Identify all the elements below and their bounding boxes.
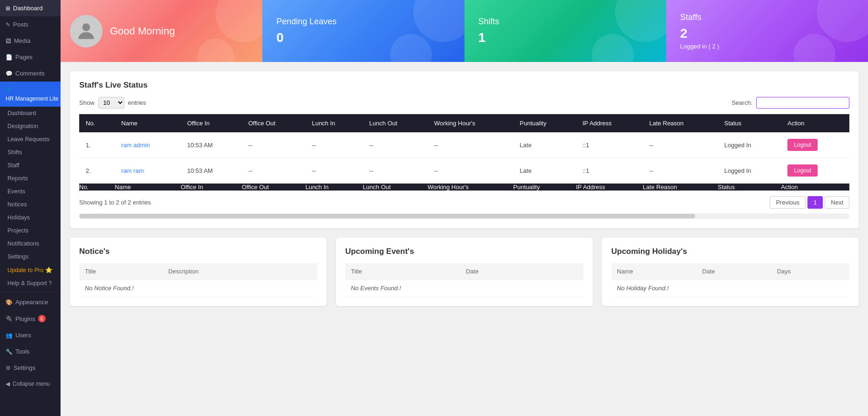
comments-icon: 💬	[6, 70, 13, 77]
cell-name: ram ram	[115, 158, 180, 184]
search-input[interactable]	[756, 97, 849, 109]
avatar	[70, 15, 103, 48]
tools-icon: 🔧	[6, 348, 13, 355]
cell-lunch-in: --	[305, 132, 362, 158]
table-foot: No. Name Office In Office Out Lunch In L…	[79, 184, 849, 191]
sidebar: ⊞ Dashboard ✎ Posts 🖼 Media 📄 Pages 💬 Co…	[0, 0, 61, 416]
logout-button[interactable]: Logout	[787, 139, 818, 151]
holidays-no-data-row: No Holiday Found.!	[611, 280, 849, 297]
notices-table: Title Description No Notice Found.!	[79, 263, 317, 297]
events-title: Upcoming Event's	[345, 247, 583, 256]
cell-ip: ::1	[576, 158, 642, 184]
table-row: 1. ram admin 10:53 AM -- -- -- -- Late :…	[79, 132, 849, 158]
sidebar-item-label: Collapse menu	[13, 381, 50, 387]
dashboard-icon: ⊞	[6, 5, 10, 12]
live-status-title: Staff's Live Status	[79, 81, 849, 90]
sidebar-item-label: Dashboard	[13, 5, 43, 12]
svg-point-0	[82, 23, 90, 31]
prev-button[interactable]: Previous	[770, 196, 806, 209]
logout-button[interactable]: Logout	[787, 164, 818, 177]
media-icon: 🖼	[6, 38, 11, 44]
sidebar-sub-update-pro[interactable]: Update to Pro ⭐	[0, 263, 61, 277]
sidebar-item-comments[interactable]: 💬 Comments	[0, 65, 61, 82]
sidebar-sub-holidays[interactable]: Holidays	[0, 211, 61, 224]
notices-col-title: Title	[79, 263, 163, 280]
pagination: Previous 1 Next	[770, 196, 849, 209]
sidebar-item-settings[interactable]: ⚙ Settings	[0, 360, 61, 376]
cell-office-in: 10:53 AM	[181, 132, 242, 158]
foot-col-office-out: Office Out	[242, 184, 306, 191]
sidebar-sub-staff[interactable]: Staff	[0, 159, 61, 172]
sidebar-item-appearance[interactable]: 🎨 Appearance	[0, 294, 61, 310]
foot-col-ip: IP Address	[576, 184, 642, 191]
cell-status: Logged In	[718, 132, 781, 158]
sidebar-sub-events[interactable]: Events	[0, 185, 61, 198]
pages-icon: 📄	[6, 54, 13, 61]
notices-col-description: Description	[163, 263, 317, 280]
sidebar-item-tools[interactable]: 🔧 Tools	[0, 343, 61, 360]
sidebar-item-label: Pages	[15, 54, 33, 61]
show-label: Show	[79, 99, 95, 106]
card-staffs: Staffs 2 Logged in ( 2 )	[666, 0, 868, 62]
table-wrapper: No. Name Office In Office Out Lunch In L…	[79, 114, 849, 191]
sidebar-item-label: Tools	[15, 348, 29, 355]
cell-no: 1.	[79, 132, 115, 158]
events-col-date: Date	[460, 263, 583, 280]
table-row: 2. ram ram 10:53 AM -- -- -- -- Late ::1…	[79, 158, 849, 184]
foot-col-working-hours: Working Hour's	[428, 184, 513, 191]
cell-punctuality: Late	[513, 132, 576, 158]
col-status: Status	[718, 114, 781, 132]
sidebar-item-label: Posts	[13, 21, 28, 28]
col-name: Name	[115, 114, 180, 132]
sidebar-sub-shifts[interactable]: Shifts	[0, 146, 61, 159]
search-label: Search:	[731, 99, 752, 106]
sidebar-item-plugins[interactable]: 🔌 Plugins 6	[0, 310, 61, 327]
sidebar-sub-designation[interactable]: Designation	[0, 120, 61, 133]
page-1-button[interactable]: 1	[807, 196, 823, 209]
sidebar-sub-notifications[interactable]: Notifications	[0, 237, 61, 250]
sidebar-sub-projects[interactable]: Projects	[0, 224, 61, 237]
sidebar-sub-reports[interactable]: Reports	[0, 172, 61, 185]
sidebar-sub-help[interactable]: Help & Support ?	[0, 277, 61, 290]
next-button[interactable]: Next	[825, 196, 849, 209]
sidebar-sub-settings[interactable]: Settings	[0, 250, 61, 263]
sidebar-sub-notices[interactable]: Notices	[0, 198, 61, 211]
sidebar-item-users[interactable]: 👥 Users	[0, 327, 61, 343]
sidebar-item-posts[interactable]: ✎ Posts	[0, 16, 61, 33]
foot-col-no: No.	[79, 184, 115, 191]
sidebar-item-dashboard[interactable]: ⊞ Dashboard	[0, 0, 61, 16]
entries-select[interactable]: 10 25 50 100	[98, 97, 124, 109]
cell-late-reason: --	[643, 132, 718, 158]
sidebar-item-label: Comments	[15, 70, 45, 77]
content-area: Staff's Live Status Show 10 25 50 100 en…	[61, 62, 868, 325]
cell-lunch-out: --	[363, 132, 428, 158]
sidebar-item-label: Plugins	[15, 315, 35, 322]
cell-working-hours: --	[428, 132, 513, 158]
cell-action: Logout	[781, 158, 849, 184]
holidays-col-date: Date	[697, 263, 772, 280]
settings-icon: ⚙	[6, 365, 11, 371]
col-late-reason: Late Reason	[643, 114, 718, 132]
cell-action: Logout	[781, 132, 849, 158]
sidebar-item-collapse[interactable]: ◀ Collapse menu	[0, 376, 61, 392]
col-working-hours: Working Hour's	[428, 114, 513, 132]
sidebar-item-label: Users	[15, 332, 31, 339]
notices-title: Notice's	[79, 247, 317, 256]
scroll-bar-track[interactable]	[79, 213, 849, 219]
sidebar-sub-leave-requests[interactable]: Leave Requests	[0, 133, 61, 146]
live-status-table: No. Name Office In Office Out Lunch In L…	[79, 114, 849, 191]
sidebar-item-hr[interactable]: 👤 HR Management Lite	[0, 82, 61, 107]
sidebar-item-pages[interactable]: 📄 Pages	[0, 49, 61, 65]
foot-col-punctuality: Puntuality	[513, 184, 576, 191]
events-col-title: Title	[345, 263, 460, 280]
col-ip: IP Address	[576, 114, 642, 132]
sidebar-sub-dashboard[interactable]: Dashboard	[0, 107, 61, 120]
sidebar-item-media[interactable]: 🖼 Media	[0, 33, 61, 49]
cell-working-hours: --	[428, 158, 513, 184]
events-no-data: No Events Found.!	[345, 280, 583, 297]
holidays-panel: Upcoming Holiday's Name Date Days No Hol…	[602, 238, 859, 306]
main-content: Good Morning Pending Leaves 0 Shifts 1 S…	[61, 0, 868, 416]
card-pending-leaves: Pending Leaves 0	[262, 0, 464, 62]
cell-no: 2.	[79, 158, 115, 184]
cell-office-out: --	[242, 132, 306, 158]
